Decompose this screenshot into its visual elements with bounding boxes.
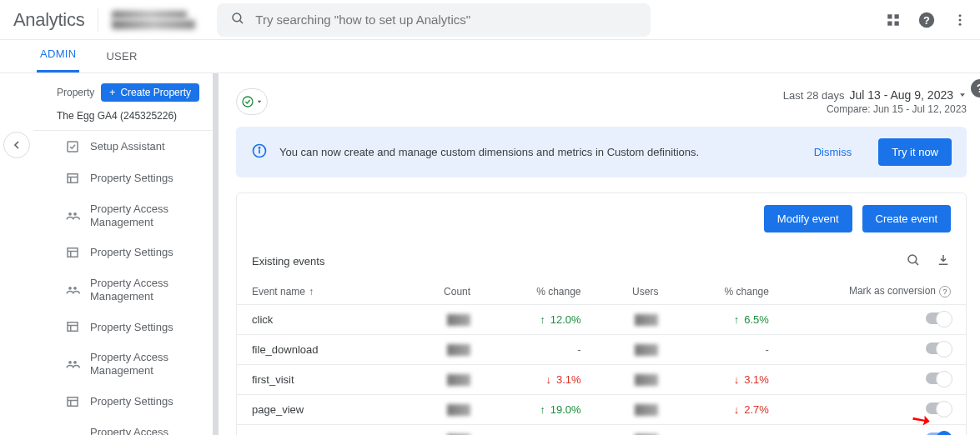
info-icon bbox=[251, 142, 268, 162]
create-property-button[interactable]: + Create Property bbox=[101, 83, 199, 102]
help-float-icon[interactable]: ? bbox=[970, 78, 980, 98]
tab-admin[interactable]: ADMIN bbox=[37, 48, 79, 72]
search-bar[interactable] bbox=[217, 3, 651, 37]
conversion-toggle[interactable] bbox=[926, 402, 951, 414]
svg-point-10 bbox=[959, 22, 962, 25]
divider bbox=[98, 8, 98, 32]
search-input[interactable] bbox=[255, 12, 637, 27]
tab-user[interactable]: USER bbox=[103, 50, 140, 72]
toggle-cell bbox=[784, 335, 966, 365]
svg-rect-5 bbox=[895, 21, 899, 25]
col-users[interactable]: Users bbox=[596, 278, 674, 305]
svg-text:?: ? bbox=[923, 13, 930, 26]
col-event-name[interactable]: Event name↑ bbox=[237, 278, 407, 305]
sidebar-item[interactable]: Property Settings bbox=[33, 311, 212, 342]
sidebar-item[interactable]: Property Settings bbox=[33, 237, 212, 268]
toggle-cell bbox=[784, 395, 966, 425]
svg-rect-2 bbox=[887, 14, 892, 18]
table-row: click↑12.0%↑6.5% bbox=[237, 305, 966, 335]
change-cell: ↑6.5% bbox=[673, 305, 783, 335]
event-name-cell[interactable]: click bbox=[237, 305, 407, 335]
conversion-toggle[interactable] bbox=[926, 312, 951, 324]
conversion-toggle[interactable] bbox=[926, 342, 951, 354]
create-event-button[interactable]: Create event bbox=[862, 205, 951, 232]
users-cell bbox=[596, 305, 674, 335]
sidebar-item[interactable]: Property Settings bbox=[33, 162, 212, 194]
sidebar-item[interactable]: Property Settings bbox=[33, 386, 212, 418]
event-name-cell[interactable]: paid_contact_leads bbox=[237, 425, 407, 436]
section-title: Existing events bbox=[252, 255, 324, 268]
table-row: paid_contact_leads↑166.7%↑700.0% bbox=[237, 425, 966, 436]
svg-line-41 bbox=[916, 262, 918, 265]
svg-point-34 bbox=[243, 97, 253, 107]
svg-point-20 bbox=[68, 287, 72, 290]
users-cell bbox=[596, 395, 674, 425]
help-inline-icon[interactable]: ? bbox=[939, 286, 951, 298]
property-name[interactable]: The Egg GA4 (245325226) bbox=[33, 107, 212, 131]
download-icon[interactable] bbox=[936, 252, 951, 270]
more-icon[interactable] bbox=[950, 12, 970, 28]
try-it-now-button[interactable]: Try it now bbox=[878, 138, 952, 166]
table-row: file_download-- bbox=[237, 335, 966, 365]
search-events-icon[interactable] bbox=[906, 252, 921, 270]
event-name-cell[interactable]: page_view bbox=[237, 395, 407, 425]
svg-text:?: ? bbox=[977, 82, 980, 95]
svg-point-8 bbox=[959, 14, 962, 17]
sidebar-item[interactable]: Property Access Management bbox=[33, 194, 212, 237]
date-picker[interactable]: Last 28 days Jul 13 - Aug 9, 2023 Compar… bbox=[783, 88, 967, 115]
svg-point-16 bbox=[73, 212, 77, 215]
svg-rect-4 bbox=[887, 21, 892, 25]
sidebar-item[interactable]: Property Access Management bbox=[33, 268, 212, 311]
svg-rect-3 bbox=[895, 14, 899, 18]
svg-rect-12 bbox=[68, 174, 78, 183]
svg-point-21 bbox=[73, 287, 77, 290]
svg-rect-11 bbox=[68, 142, 78, 152]
count-cell bbox=[407, 335, 485, 365]
events-card: Modify event Create event Existing event… bbox=[236, 192, 967, 435]
help-icon[interactable]: ? bbox=[917, 11, 937, 29]
col-count[interactable]: Count bbox=[407, 278, 485, 305]
brand-logo: Analytics bbox=[10, 9, 84, 31]
event-name-cell[interactable]: first_visit bbox=[237, 365, 407, 395]
app-header: Analytics ? bbox=[0, 0, 980, 40]
count-cell bbox=[407, 395, 485, 425]
col-mark-conversion: Mark as conversion? bbox=[784, 278, 966, 305]
table-row: first_visit↓3.1%↓3.1% bbox=[237, 365, 966, 395]
col-change-2[interactable]: % change bbox=[673, 278, 783, 305]
svg-point-15 bbox=[68, 212, 72, 215]
sidebar-item[interactable]: Setup Assistant bbox=[33, 131, 212, 162]
change-cell: ↓3.1% bbox=[673, 365, 783, 395]
property-label: Property bbox=[57, 87, 94, 98]
svg-line-1 bbox=[240, 21, 243, 23]
users-cell bbox=[596, 335, 674, 365]
svg-point-9 bbox=[959, 18, 962, 21]
property-sidebar: Property + Create Property The Egg GA4 (… bbox=[33, 73, 213, 435]
change-cell: ↓3.1% bbox=[485, 365, 596, 395]
plus-icon: + bbox=[109, 87, 115, 98]
sidebar-item[interactable]: Property Access Management bbox=[33, 418, 212, 435]
account-selector[interactable] bbox=[112, 11, 204, 29]
toggle-cell bbox=[784, 305, 966, 335]
sidebar-item[interactable]: Property Access Management bbox=[33, 342, 212, 385]
col-change-1[interactable]: % change bbox=[485, 278, 596, 305]
apps-icon[interactable] bbox=[883, 12, 903, 28]
svg-marker-35 bbox=[258, 101, 262, 103]
change-cell: ↓2.7% bbox=[673, 395, 783, 425]
conversion-toggle[interactable] bbox=[926, 372, 951, 384]
event-name-cell[interactable]: file_download bbox=[237, 335, 407, 365]
dismiss-link[interactable]: Dismiss bbox=[814, 146, 852, 158]
chevron-down-icon bbox=[256, 98, 263, 105]
status-chip[interactable] bbox=[236, 88, 268, 115]
modify-event-button[interactable]: Modify event bbox=[764, 205, 852, 232]
table-row: page_view↑19.0%↓2.7% bbox=[237, 395, 966, 425]
svg-marker-36 bbox=[960, 93, 965, 97]
users-cell bbox=[596, 425, 674, 436]
main-content: ? Last 28 days Jul 13 - Aug 9, 2023 Comp… bbox=[213, 73, 980, 435]
count-cell bbox=[407, 365, 485, 395]
collapse-sidebar-button[interactable] bbox=[3, 132, 30, 158]
svg-rect-27 bbox=[68, 397, 78, 406]
svg-point-40 bbox=[908, 255, 917, 263]
svg-point-0 bbox=[233, 13, 241, 22]
svg-point-26 bbox=[73, 361, 77, 364]
blurred-text bbox=[112, 11, 187, 18]
